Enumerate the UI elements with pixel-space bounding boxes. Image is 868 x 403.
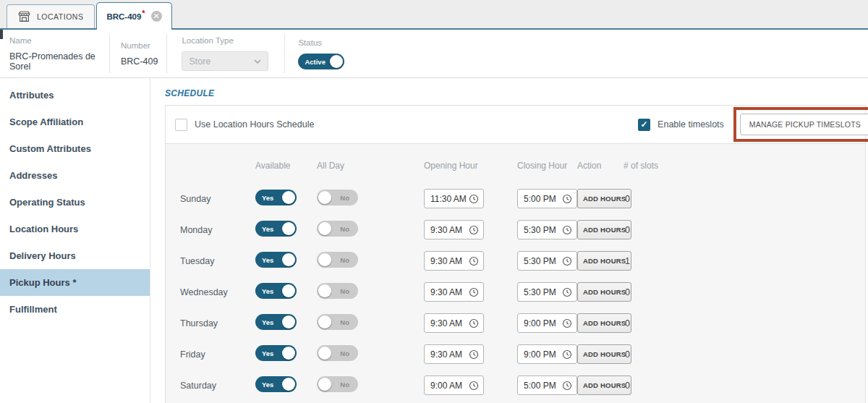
sidebar-item-label: Addresses: [9, 170, 57, 181]
manage-pickup-timeslots-button[interactable]: MANAGE PICKUP TIMESLOTS: [740, 114, 868, 135]
closing-hour-input[interactable]: 5:00 PM: [517, 189, 577, 208]
opening-hour-value: 11:30 AM: [430, 194, 467, 204]
close-tab-icon[interactable]: ✕: [151, 11, 162, 22]
column-slots: # of slots: [624, 161, 865, 171]
enable-timeslots-checkbox[interactable]: ✓: [638, 119, 650, 131]
available-toggle[interactable]: Yes: [255, 314, 297, 330]
clock-icon[interactable]: [469, 194, 479, 204]
sidebar-item[interactable]: Fulfillment: [0, 296, 150, 323]
schedule-row: Thursday Yes No 9:30 AM: [180, 307, 865, 339]
all-day-toggle[interactable]: No: [317, 221, 358, 237]
toggle-knob: [318, 378, 331, 391]
tab-bar: LOCATIONS BRC-409 * ✕: [0, 0, 868, 30]
store-icon: [18, 11, 30, 22]
toggle-label: No: [340, 224, 349, 232]
day-label: Sunday: [180, 194, 255, 204]
closing-hour-input[interactable]: 5:30 PM: [517, 220, 577, 239]
sidebar-item[interactable]: Attributes: [0, 82, 150, 109]
tab-locations[interactable]: LOCATIONS: [7, 4, 95, 28]
tab-brc-409[interactable]: BRC-409 * ✕: [96, 2, 171, 30]
closing-hour-input[interactable]: 9:00 PM: [517, 313, 577, 333]
sidebar-item-label: Pickup Hours *: [9, 277, 76, 288]
opening-hour-input[interactable]: 9:30 AM: [424, 220, 484, 239]
all-day-toggle[interactable]: No: [317, 190, 358, 205]
clock-icon[interactable]: [562, 349, 572, 360]
opening-hour-input[interactable]: 9:30 AM: [424, 313, 484, 333]
sidebar-item-label: Custom Attributes: [9, 143, 91, 154]
all-day-toggle[interactable]: No: [317, 376, 358, 392]
closing-hour-input[interactable]: 9:00 PM: [517, 344, 577, 364]
available-toggle[interactable]: Yes: [255, 221, 297, 237]
unsaved-changes-indicator: *: [142, 9, 145, 17]
name-field: Name BRC-Promenades de Sorel: [0, 34, 110, 73]
location-type-select[interactable]: Store: [182, 51, 268, 71]
toggle-knob: [330, 55, 343, 68]
use-location-hours-row: ✓ Use Location Hours Schedule: [175, 119, 314, 131]
sidebar-item[interactable]: Location Hours: [0, 216, 150, 242]
all-day-toggle[interactable]: No: [317, 314, 358, 330]
toggle-label: No: [340, 193, 349, 201]
clock-icon[interactable]: [469, 287, 479, 297]
available-toggle[interactable]: Yes: [255, 190, 297, 205]
toggle-knob: [318, 315, 331, 328]
clock-icon[interactable]: [469, 381, 479, 391]
all-day-toggle[interactable]: No: [317, 252, 358, 268]
opening-hour-input[interactable]: 9:30 AM: [424, 251, 484, 271]
clock-icon[interactable]: [562, 318, 572, 328]
available-toggle[interactable]: Yes: [255, 252, 297, 268]
toggle-label: Yes: [262, 287, 273, 294]
enable-timeslots-row: ✓ Enable timeslots: [638, 119, 724, 131]
closing-hour-value: 5:30 PM: [524, 225, 556, 235]
enable-timeslots-label: Enable timeslots: [658, 119, 724, 130]
opening-hour-input[interactable]: 9:00 AM: [424, 376, 484, 395]
use-location-hours-checkbox[interactable]: ✓: [175, 119, 187, 131]
toggle-label: Yes: [262, 349, 273, 357]
toggle-label: Active: [305, 57, 326, 65]
sidebar-item[interactable]: Pickup Hours *: [0, 269, 150, 296]
opening-hour-value: 9:30 AM: [430, 225, 462, 235]
opening-hour-value: 9:30 AM: [430, 256, 462, 266]
closing-hour-value: 5:00 PM: [524, 381, 556, 391]
sidebar-item[interactable]: Operating Status: [0, 189, 150, 216]
clock-icon[interactable]: [469, 256, 479, 266]
clock-icon[interactable]: [562, 194, 572, 204]
sidebar-item-label: Operating Status: [9, 197, 85, 208]
sidebar-item[interactable]: Custom Attributes: [0, 135, 150, 162]
sidebar-item[interactable]: Addresses: [0, 162, 150, 189]
available-toggle[interactable]: Yes: [255, 376, 297, 392]
day-label: Tuesday: [180, 256, 255, 266]
slots-count: 1: [624, 256, 865, 266]
day-label: Friday: [180, 349, 255, 360]
slots-count: 0: [624, 318, 865, 328]
sidebar-item[interactable]: Delivery Hours: [0, 242, 150, 269]
clock-icon[interactable]: [562, 287, 572, 297]
clock-icon[interactable]: [469, 318, 479, 328]
chevron-down-icon: [254, 59, 261, 64]
status-label: Status: [298, 38, 344, 47]
clock-icon[interactable]: [562, 256, 572, 266]
clock-icon[interactable]: [562, 225, 572, 235]
clock-icon[interactable]: [469, 225, 479, 235]
opening-hour-input[interactable]: 9:30 AM: [424, 344, 484, 364]
toggle-knob: [318, 347, 331, 360]
checkmark-icon: ✓: [641, 120, 648, 129]
closing-hour-input[interactable]: 5:00 PM: [517, 376, 577, 395]
clock-icon[interactable]: [469, 349, 479, 360]
toggle-knob: [318, 253, 331, 266]
toggle-label: Yes: [262, 380, 273, 388]
closing-hour-input[interactable]: 5:30 PM: [517, 282, 577, 302]
closing-hour-input[interactable]: 5:30 PM: [517, 251, 577, 271]
number-label: Number: [121, 41, 158, 50]
sidebar-item[interactable]: Scope Affiliation: [0, 109, 150, 135]
available-toggle[interactable]: Yes: [255, 283, 297, 299]
opening-hour-input[interactable]: 9:30 AM: [424, 282, 484, 302]
all-day-toggle[interactable]: No: [317, 283, 358, 299]
opening-hour-input[interactable]: 11:30 AM: [424, 189, 484, 208]
available-toggle[interactable]: Yes: [255, 345, 297, 361]
status-toggle[interactable]: Active: [298, 54, 344, 69]
all-day-toggle[interactable]: No: [317, 345, 358, 361]
clock-icon[interactable]: [562, 381, 572, 391]
toggle-knob: [318, 284, 331, 297]
closing-hour-value: 9:00 PM: [524, 318, 556, 328]
day-label: Monday: [180, 225, 255, 235]
